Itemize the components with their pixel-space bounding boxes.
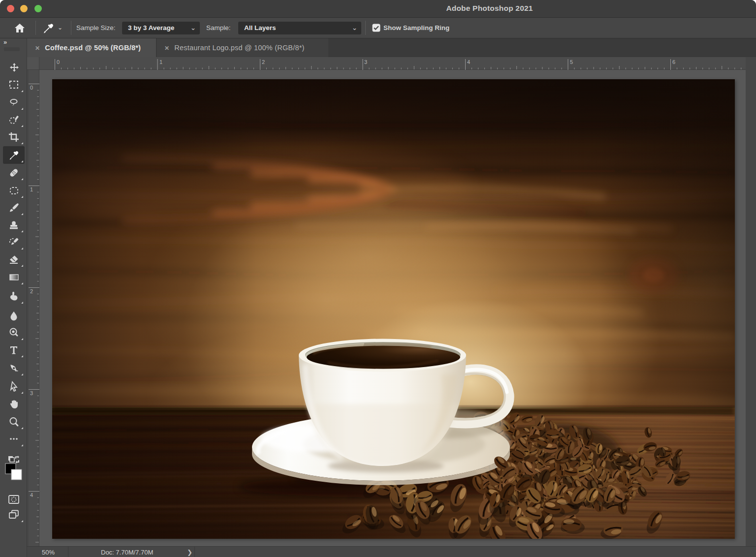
svg-text:3: 3 [364,59,367,65]
svg-text:2: 2 [30,288,33,294]
svg-text:3: 3 [30,390,33,396]
svg-text:0: 0 [57,59,60,65]
svg-text:4: 4 [467,59,470,65]
svg-text:5: 5 [570,59,573,65]
svg-text:0: 0 [30,85,33,91]
svg-text:1: 1 [30,186,33,192]
svg-text:1: 1 [159,59,162,65]
svg-text:4: 4 [30,492,33,498]
svg-text:6: 6 [672,59,675,65]
svg-text:2: 2 [262,59,265,65]
